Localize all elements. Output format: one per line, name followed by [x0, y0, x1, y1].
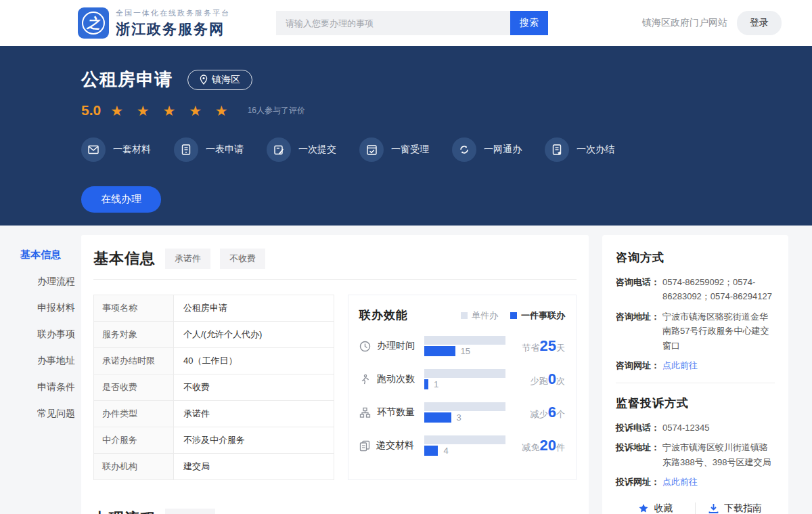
bar-single	[424, 336, 505, 345]
row-value: 个人/(允许个人代办)	[174, 322, 334, 347]
consult-phone: 咨询电话： 0574-86259092；0574-86283092；0574-8…	[616, 275, 775, 304]
row-value: 承诺件	[174, 401, 334, 427]
process-title: 办理流程	[93, 509, 156, 514]
legend-joint-swatch	[510, 312, 517, 319]
bar-value: 15	[461, 346, 470, 356]
row-label: 是否收费	[94, 374, 174, 400]
bar-value: 1	[434, 379, 438, 389]
sidenav-item-faq[interactable]: 常见问题	[20, 408, 81, 420]
table-row: 是否收费 不收费	[94, 374, 334, 401]
row-label: 联办机构	[94, 454, 174, 479]
row-label: 办理时间	[377, 340, 415, 352]
rating-count: 16人参与了评价	[248, 105, 305, 116]
feature-label: 一窗受理	[391, 144, 429, 156]
envelope-icon	[88, 145, 99, 154]
tag-promise-item: 承诺件	[165, 249, 210, 269]
legend-single-swatch	[461, 312, 468, 319]
table-row: 中介服务 不涉及中介服务	[94, 427, 334, 454]
complaint-address: 投诉地址： 宁波市镇海区蛟川街道镇骆东路388号、398号区建交局	[616, 440, 775, 469]
login-button[interactable]: 登录	[737, 11, 782, 35]
feature-one-form: 一表申请	[174, 137, 244, 162]
item-label: 投诉网址：	[616, 475, 660, 489]
complaint-website-link[interactable]: 点此前往	[662, 475, 698, 489]
file-done-icon	[552, 144, 562, 155]
sidenav-item-basic-info[interactable]: 基本信息	[20, 249, 81, 261]
download-label: 下载指南	[724, 502, 762, 514]
card-actions: 收藏 下载指南	[616, 502, 775, 514]
consult-website: 咨询网址： 点此前往	[616, 358, 775, 372]
feature-one-completion: 一次办结	[545, 137, 614, 162]
table-row: 事项名称 公租房申请	[94, 295, 334, 322]
item-value: 0574-86259092；0574-86283092；0574-8629412…	[662, 275, 775, 304]
feature-label: 一表申请	[206, 144, 244, 156]
feature-one-submit: 一次提交	[267, 137, 336, 162]
site-logo[interactable]: 之 全国一体化在线政务服务平台 浙江政务服务网	[78, 7, 230, 39]
item-label: 咨询网址：	[616, 358, 660, 372]
bar-joint	[424, 412, 451, 423]
bar-value: 3	[457, 412, 461, 423]
basic-info-table: 事项名称 公租房申请 服务对象 个人/(允许个人代办) 承诺办结时限 40（工作…	[93, 295, 334, 480]
item-value: 宁波市镇海区蛟川街道镇骆东路388号、398号区建交局	[662, 440, 775, 469]
row-value: 不涉及中介服务	[174, 427, 334, 453]
star-icon	[638, 503, 649, 514]
feature-label: 一套材料	[113, 144, 151, 156]
form-icon	[181, 144, 191, 155]
bar-single	[424, 369, 505, 378]
online-apply-button[interactable]: 在线办理	[81, 186, 161, 213]
search-bar: 搜索	[276, 11, 548, 35]
sidenav-item-process[interactable]: 办理流程	[20, 276, 81, 288]
location-pill[interactable]: 镇海区	[187, 70, 252, 90]
logo-text: 全国一体化在线政务服务平台 浙江政务服务网	[116, 8, 230, 39]
bar-group: 15	[424, 336, 505, 356]
consult-title: 咨询方式	[616, 250, 775, 265]
location-label: 镇海区	[212, 74, 240, 86]
row-value: 建交局	[174, 454, 334, 479]
divider	[616, 383, 775, 383]
table-row: 联办机构 建交局	[94, 454, 334, 480]
search-button[interactable]: 搜索	[510, 11, 548, 35]
sidenav-item-joint-matters[interactable]: 联办事项	[20, 328, 81, 341]
rating-score: 5.0	[81, 102, 101, 119]
contact-card: 咨询方式 咨询电话： 0574-86259092；0574-86283092；0…	[602, 235, 788, 514]
row-label: 承诺办结时限	[94, 348, 174, 374]
row-label: 中介服务	[94, 427, 174, 453]
edit-icon	[274, 145, 284, 155]
download-guide-button[interactable]: 下载指南	[695, 502, 775, 514]
consult-website-link[interactable]: 点此前往	[662, 358, 698, 372]
legend-single-label: 单件办	[472, 309, 498, 322]
download-icon	[708, 503, 719, 514]
top-header: 之 全国一体化在线政务服务平台 浙江政务服务网 搜索 镇海区政府门户网站 登录	[0, 0, 812, 46]
sidenav-item-materials[interactable]: 申报材料	[20, 302, 81, 314]
feature-one-network: 一网通办	[452, 137, 522, 162]
row-label: 跑动次数	[377, 373, 415, 385]
joint-efficiency-panel: 联办效能 单件办 一件事联办 办理时间	[348, 295, 577, 480]
item-label: 投诉电话：	[616, 421, 660, 435]
search-input[interactable]	[276, 11, 510, 35]
platform-tagline: 全国一体化在线政务服务平台	[116, 8, 230, 18]
rating-row: 5.0 ★ ★ ★ ★ ★ 16人参与了评价	[81, 102, 812, 119]
row-label: 事项名称	[94, 295, 174, 321]
bar-single	[424, 435, 505, 444]
basic-info-title: 基本信息	[93, 249, 156, 269]
section-nav: 基本信息 办理流程 申报材料 联办事项 办事地址 申请条件 常见问题	[20, 235, 81, 434]
tag-no-fee: 不收费	[220, 249, 265, 269]
bar-joint	[424, 346, 455, 356]
row-label: 环节数量	[377, 406, 415, 419]
logo-glyph: 之	[82, 12, 105, 35]
bar-joint	[424, 446, 438, 456]
bar-joint	[424, 379, 428, 389]
legend-joint-label: 一件事联办	[521, 309, 565, 322]
saving-stat: 少跑0次	[510, 370, 565, 388]
favorite-button[interactable]: 收藏	[616, 502, 695, 514]
row-value: 不收费	[174, 374, 334, 400]
check-window-icon	[367, 145, 377, 155]
service-features: 一套材料 一表申请 一次提交 一窗受理 一网通办 一次办结	[81, 137, 812, 162]
portal-link[interactable]: 镇海区政府门户网站	[642, 17, 727, 29]
tag-zero-trips: 0次跑动	[165, 509, 215, 514]
page-title: 公租房申请	[81, 68, 173, 91]
sidenav-item-conditions[interactable]: 申请条件	[20, 381, 81, 393]
location-pin-icon	[200, 74, 208, 85]
feature-label: 一次提交	[298, 144, 336, 156]
sidenav-item-address[interactable]: 办事地址	[20, 355, 81, 367]
efficiency-row-trips: 跑动次数 1 少跑0次	[359, 369, 565, 389]
